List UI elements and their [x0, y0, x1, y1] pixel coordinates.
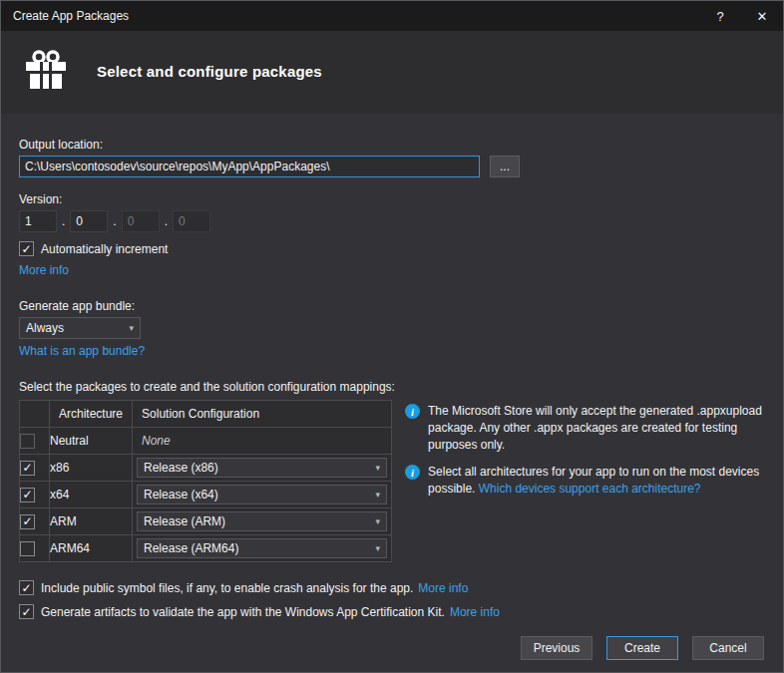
version-more-info-link[interactable]: More info: [19, 263, 69, 277]
title-bar: Create App Packages ? ✕: [1, 1, 783, 31]
table-row: ✓ x64 Release (x64) ▾: [20, 482, 392, 508]
version-revision-input[interactable]: [173, 210, 210, 232]
footer-buttons: Previous Create Cancel: [507, 636, 764, 660]
output-location-row: ...: [19, 156, 765, 177]
bundle-dropdown-value: Always: [26, 321, 64, 335]
info-icon: i: [405, 404, 420, 419]
bundle-dropdown[interactable]: Always ▾: [19, 317, 141, 339]
neutral-checkbox[interactable]: [20, 434, 35, 449]
table-row: ✓ x86 Release (x86) ▾: [20, 455, 392, 482]
version-separator: .: [62, 214, 65, 228]
store-note: i The Microsoft Store will only accept t…: [405, 403, 765, 453]
chevron-down-icon: ▾: [376, 543, 381, 553]
cancel-button[interactable]: Cancel: [692, 636, 764, 660]
bundle-help-link[interactable]: What is an app bundle?: [19, 344, 145, 358]
architecture-cell: Neutral: [50, 428, 133, 455]
table-row: ARM64 Release (ARM64) ▾: [20, 535, 392, 562]
version-separator: .: [113, 214, 116, 228]
arm64-configuration-dropdown[interactable]: Release (ARM64) ▾: [137, 538, 387, 558]
x64-configuration-dropdown[interactable]: Release (x64) ▾: [137, 485, 387, 505]
architecture-column-header: Architecture: [50, 401, 133, 428]
architecture-cell: x86: [50, 455, 133, 482]
configuration-value: Release (x86): [144, 461, 218, 475]
configuration-value: Release (ARM64): [144, 541, 238, 555]
chevron-down-icon: ▾: [376, 463, 381, 473]
packages-table: Architecture Solution Configuration Neut…: [19, 400, 392, 562]
version-row: . . .: [19, 210, 765, 232]
bundle-label: Generate app bundle:: [19, 299, 765, 313]
browse-button[interactable]: ...: [490, 156, 520, 177]
gift-package-icon: [23, 47, 71, 95]
table-row: Neutral None: [20, 428, 392, 455]
chevron-down-icon: ▾: [376, 490, 381, 500]
page-title: Select and configure packages: [97, 63, 322, 80]
symbol-files-row: ✓ Include public symbol files, if any, t…: [19, 580, 765, 595]
configuration-column-header: Solution Configuration: [133, 401, 392, 428]
info-notes: i The Microsoft Store will only accept t…: [405, 400, 765, 508]
version-separator: .: [165, 214, 168, 228]
architecture-cell: ARM64: [50, 535, 133, 562]
auto-increment-checkbox[interactable]: ✓: [19, 241, 34, 256]
chevron-down-icon: ▾: [376, 516, 381, 526]
previous-button[interactable]: Previous: [521, 636, 592, 660]
version-major-input[interactable]: [19, 210, 57, 232]
x86-checkbox[interactable]: ✓: [20, 461, 35, 476]
table-row: ✓ ARM Release (ARM) ▾: [20, 508, 392, 535]
wack-row: ✓ Generate artifacts to validate the app…: [19, 604, 765, 619]
architecture-cell: x64: [50, 482, 133, 508]
output-location-input[interactable]: [19, 156, 480, 177]
which-devices-link[interactable]: Which devices support each architecture?: [479, 482, 701, 496]
architecture-cell: ARM: [50, 508, 133, 535]
table-header-row: Architecture Solution Configuration: [20, 401, 392, 428]
x64-checkbox[interactable]: ✓: [20, 488, 35, 503]
symbol-files-more-info-link[interactable]: More info: [418, 581, 468, 595]
create-app-packages-dialog: Create App Packages ? ✕ Select and confi…: [0, 0, 784, 673]
wack-more-info-link[interactable]: More info: [450, 605, 500, 619]
output-location-label: Output location:: [19, 138, 765, 152]
store-note-text: The Microsoft Store will only accept the…: [428, 403, 765, 453]
close-button[interactable]: ✕: [741, 1, 783, 31]
symbol-files-checkbox[interactable]: ✓: [19, 580, 34, 595]
help-button[interactable]: ?: [699, 1, 741, 31]
architectures-note: i Select all architectures for your app …: [405, 464, 765, 498]
auto-increment-label: Automatically increment: [41, 242, 168, 256]
version-minor-input[interactable]: [70, 210, 108, 232]
create-button[interactable]: Create: [606, 636, 678, 660]
configuration-cell: None: [133, 434, 180, 448]
version-label: Version:: [19, 192, 765, 206]
dialog-body: Output location: ... Version: . . . ✓ Au…: [1, 114, 783, 619]
version-build-input[interactable]: [122, 210, 160, 232]
configuration-value: Release (ARM): [144, 514, 225, 528]
arm-checkbox[interactable]: ✓: [20, 514, 35, 529]
configuration-value: Release (x64): [144, 488, 218, 502]
auto-increment-row: ✓ Automatically increment: [19, 241, 765, 256]
packages-label: Select the packages to create and the so…: [19, 380, 765, 394]
arm64-checkbox[interactable]: [20, 541, 35, 556]
window-title: Create App Packages: [1, 9, 699, 23]
wack-checkbox[interactable]: ✓: [19, 604, 34, 619]
dialog-header: Select and configure packages: [1, 31, 783, 114]
symbol-files-label: Include public symbol files, if any, to …: [41, 581, 413, 595]
arm-configuration-dropdown[interactable]: Release (ARM) ▾: [137, 511, 387, 531]
wack-label: Generate artifacts to validate the app w…: [41, 605, 445, 619]
packages-area: Architecture Solution Configuration Neut…: [19, 400, 765, 562]
chevron-down-icon: ▾: [129, 323, 134, 333]
info-icon: i: [405, 465, 420, 480]
x86-configuration-dropdown[interactable]: Release (x86) ▾: [137, 458, 387, 478]
